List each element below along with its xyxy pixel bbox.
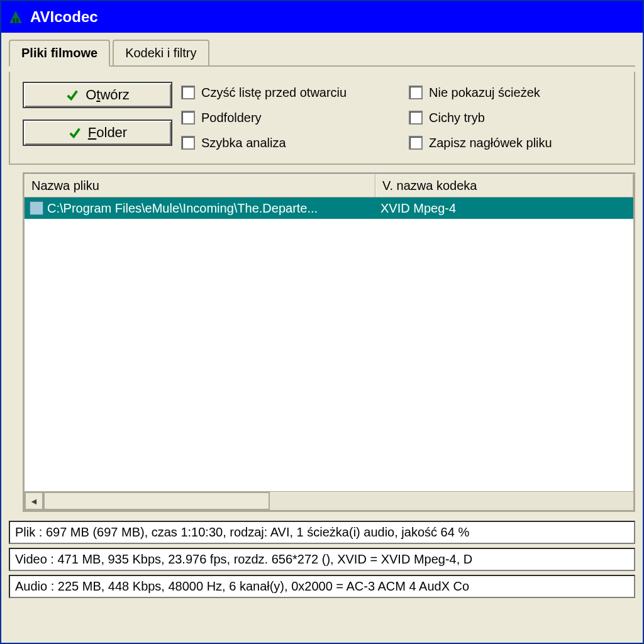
- check-quiet[interactable]: Cichy tryb: [409, 111, 628, 125]
- col-codec[interactable]: V. nazwa kodeka: [375, 174, 633, 197]
- col-codec-label: V. nazwa kodeka: [382, 179, 477, 192]
- info-file: Plik : 697 MB (697 MB), czas 1:10:30, ro…: [9, 521, 635, 544]
- check-icon: [65, 88, 79, 102]
- folder-label: Folder: [88, 125, 127, 141]
- info-audio: Audio : 225 MB, 448 Kbps, 48000 Hz, 6 ka…: [9, 575, 635, 598]
- file-list: Nazwa pliku V. nazwa kodeka C:\Program F…: [23, 172, 635, 512]
- open-button[interactable]: Otwórz: [23, 82, 172, 108]
- info-panel: Plik : 697 MB (697 MB), czas 1:10:30, ro…: [9, 517, 635, 598]
- client-area: Pliki filmowe Kodeki i filtry Otwórz: [1, 33, 643, 643]
- checkbox-icon[interactable]: [181, 111, 195, 125]
- tabbar: Pliki filmowe Kodeki i filtry: [9, 39, 635, 67]
- checkbox-icon[interactable]: [409, 111, 423, 125]
- check-save-header[interactable]: Zapisz nagłówek pliku: [409, 136, 628, 150]
- options-panel: Otwórz Folder Czyść listę przed otwarciu…: [9, 72, 635, 165]
- svg-marker-0: [9, 11, 22, 23]
- check-icon: [68, 126, 82, 140]
- check-label: Podfoldery: [201, 111, 262, 125]
- folder-button[interactable]: Folder: [23, 119, 172, 146]
- list-body[interactable]: C:\Program Files\eMule\Incoming\The.Depa…: [25, 197, 633, 491]
- file-codec: XVID Mpeg-4: [375, 201, 633, 216]
- checkbox-icon[interactable]: [409, 136, 423, 150]
- svg-rect-2: [16, 18, 18, 23]
- list-header: Nazwa pliku V. nazwa kodeka: [25, 174, 633, 197]
- tab-codecs[interactable]: Kodeki i filtry: [113, 40, 209, 65]
- check-clear-list[interactable]: Czyść listę przed otwarciu: [181, 86, 402, 100]
- checkbox-icon[interactable]: [409, 86, 423, 99]
- check-subfolders[interactable]: Podfoldery: [181, 111, 402, 125]
- tab-codecs-label: Kodeki i filtry: [125, 46, 196, 60]
- scroll-thumb[interactable]: [43, 492, 270, 510]
- svg-rect-1: [13, 18, 15, 23]
- window: AVIcodec Pliki filmowe Kodeki i filtry O…: [0, 0, 644, 644]
- checkbox-icon[interactable]: [181, 136, 195, 150]
- file-path: C:\Program Files\eMule\Incoming\The.Depa…: [47, 201, 318, 216]
- file-icon: [30, 201, 43, 215]
- check-label: Zapisz nagłówek pliku: [429, 136, 552, 150]
- col-filename-label: Nazwa pliku: [31, 179, 99, 192]
- info-video: Video : 471 MB, 935 Kbps, 23.976 fps, ro…: [9, 548, 635, 571]
- check-no-paths[interactable]: Nie pokazuj ścieżek: [409, 86, 628, 100]
- tab-movies[interactable]: Pliki filmowe: [9, 40, 110, 67]
- check-label: Czyść listę przed otwarciu: [201, 86, 347, 100]
- titlebar[interactable]: AVIcodec: [1, 1, 643, 33]
- check-fast[interactable]: Szybka analiza: [181, 136, 402, 150]
- col-filename[interactable]: Nazwa pliku: [25, 174, 375, 197]
- scroll-track[interactable]: [43, 492, 633, 510]
- check-label: Nie pokazuj ścieżek: [429, 86, 540, 100]
- checkbox-icon[interactable]: [181, 86, 195, 99]
- tab-movies-label: Pliki filmowe: [21, 46, 97, 60]
- check-label: Cichy tryb: [429, 111, 485, 125]
- check-label: Szybka analiza: [201, 136, 286, 150]
- list-item[interactable]: C:\Program Files\eMule\Incoming\The.Depa…: [25, 197, 633, 219]
- horizontal-scrollbar[interactable]: ◄: [25, 491, 633, 510]
- buttons-column: Otwórz Folder: [23, 82, 172, 153]
- options-grid: Czyść listę przed otwarciu Nie pokazuj ś…: [181, 82, 628, 153]
- window-title: AVIcodec: [30, 8, 98, 26]
- app-icon: [8, 9, 24, 25]
- scroll-left-icon[interactable]: ◄: [25, 492, 43, 510]
- open-label: Otwórz: [86, 87, 130, 103]
